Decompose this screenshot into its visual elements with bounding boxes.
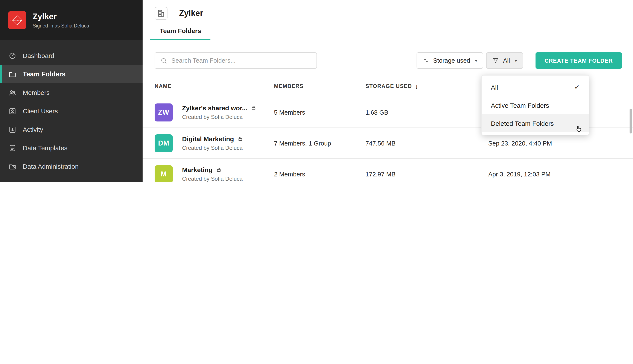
data-administration-icon (9, 162, 16, 170)
page-title: Zylker (179, 8, 203, 18)
name-lines: Zylker's shared wor... Created by Sofia … (182, 104, 256, 120)
organization-icon (155, 7, 168, 20)
created-time-cell: Sep 23, 2020, 4:40 PM (488, 140, 621, 146)
filter-button-label: All (503, 57, 510, 64)
chevron-down-icon: ▾ (515, 58, 517, 63)
storage-cell: 1.68 GB (365, 109, 488, 116)
members-icon (9, 89, 16, 96)
signed-in-as: Signed in as Sofia Deluca (33, 23, 89, 28)
scrollbar-thumb[interactable] (629, 108, 632, 134)
folder-avatar: M (155, 165, 173, 182)
search-box (155, 52, 317, 69)
search-icon (160, 57, 168, 64)
team-folders-icon (9, 70, 16, 78)
sidebar-item-label: Activity (23, 126, 43, 133)
column-header-storage-used[interactable]: STORAGE USED↓ (365, 83, 488, 90)
client-users-icon (9, 107, 16, 115)
toolbar: Storage used ▾ All ▾ CREATE TEAM FOLDER (143, 52, 633, 69)
menu-item-active-team-folders[interactable]: Active Team Folders (482, 96, 589, 114)
zylker-logo: ZYLKER INC. (8, 11, 26, 29)
folder-name: Digital Marketing (182, 135, 234, 142)
sidebar-nav: Dashboard Team Folders Members Client Us… (0, 40, 143, 182)
filter-button[interactable]: All ▾ (486, 52, 523, 69)
sidebar: ZYLKER INC. Zylker Signed in as Sofia De… (0, 0, 143, 182)
sidebar-item-label: Dashboard (23, 52, 54, 59)
check-icon: ✓ (574, 83, 580, 91)
dashboard-icon (9, 52, 16, 60)
filter-dropdown-menu: All ✓ Active Team Folders Deleted Team F… (481, 75, 589, 135)
created-time-cell: Apr 3, 2019, 12:03 PM (488, 170, 621, 178)
sidebar-item-label: Client Users (23, 107, 58, 114)
name-lines: Digital Marketing Created by Sofia Deluc… (182, 135, 243, 151)
column-header-members[interactable]: MEMBERS (274, 83, 365, 89)
sidebar-item-dashboard[interactable]: Dashboard (0, 46, 143, 65)
name-cell: ZW Zylker's shared wor... Created by Sof… (155, 103, 274, 121)
search-input[interactable] (171, 57, 311, 64)
data-templates-icon (9, 144, 16, 152)
brand-header: ZYLKER INC. Zylker Signed in as Sofia De… (0, 0, 143, 40)
sidebar-item-label: Data Templates (23, 144, 68, 152)
sort-button[interactable]: Storage used ▾ (416, 52, 483, 69)
members-cell: 7 Members, 1 Group (274, 140, 365, 146)
create-team-folder-button[interactable]: CREATE TEAM FOLDER (535, 52, 622, 69)
sort-arrows-icon (422, 57, 429, 64)
sort-desc-icon: ↓ (415, 83, 418, 90)
table-row[interactable]: M Marketing Created by Sofia Deluca 2 Me… (143, 159, 633, 182)
sidebar-item-team-folders[interactable]: Team Folders (0, 65, 143, 83)
manage-devices-icon (9, 181, 16, 182)
lock-icon (238, 136, 243, 142)
sidebar-item-data-templates[interactable]: Data Templates (0, 139, 143, 157)
sidebar-item-data-administration[interactable]: Data Administration (0, 157, 143, 176)
sidebar-item-members[interactable]: Members (0, 83, 143, 102)
main-header: Zylker (143, 0, 633, 20)
filter-funnel-icon (492, 57, 499, 64)
created-by-text: Created by Sofia Deluca (182, 145, 243, 151)
logo-text: ZYLKER INC. (10, 19, 24, 21)
created-by-text: Created by Sofia Deluca (182, 176, 243, 182)
sidebar-item-label: Team Folders (23, 70, 66, 78)
members-cell: 2 Members (274, 170, 365, 178)
storage-cell: 747.56 MB (365, 140, 488, 146)
name-cell: M Marketing Created by Sofia Deluca (155, 165, 274, 182)
lock-icon (251, 105, 256, 111)
created-by-text: Created by Sofia Deluca (182, 114, 256, 120)
column-header-name[interactable]: NAME (155, 83, 274, 89)
lock-icon (216, 167, 222, 172)
main-panel: Zylker Team Folders Storage used ▾ All ▾… (143, 0, 633, 182)
name-cell: DM Digital Marketing Created by Sofia De… (155, 134, 274, 152)
tab-team-folders[interactable]: Team Folders (150, 23, 211, 40)
chevron-down-icon: ▾ (475, 58, 477, 63)
app-window: ZYLKER INC. Zylker Signed in as Sofia De… (0, 0, 633, 182)
sort-button-label: Storage used (433, 57, 470, 64)
sidebar-item-label: Data Administration (23, 163, 79, 170)
sidebar-item-label: Members (23, 89, 50, 96)
folder-avatar: ZW (155, 103, 173, 121)
menu-item-deleted-team-folders[interactable]: Deleted Team Folders (482, 114, 589, 132)
folder-name: Zylker's shared wor... (182, 104, 247, 112)
sidebar-item-activity[interactable]: Activity (0, 120, 143, 139)
name-lines: Marketing Created by Sofia Deluca (182, 166, 243, 182)
storage-cell: 172.97 MB (365, 170, 488, 178)
tab-bar: Team Folders (143, 23, 633, 40)
folder-name: Marketing (182, 166, 213, 174)
menu-item-all[interactable]: All ✓ (482, 78, 589, 96)
sidebar-item-label: Manage Devices (23, 181, 71, 182)
members-cell: 5 Members (274, 109, 365, 116)
sidebar-item-client-users[interactable]: Client Users (0, 102, 143, 120)
folder-avatar: DM (155, 134, 173, 152)
workspace-name: Zylker (33, 12, 89, 22)
activity-icon (9, 126, 16, 133)
sidebar-item-manage-devices[interactable]: Manage Devices (0, 176, 143, 182)
